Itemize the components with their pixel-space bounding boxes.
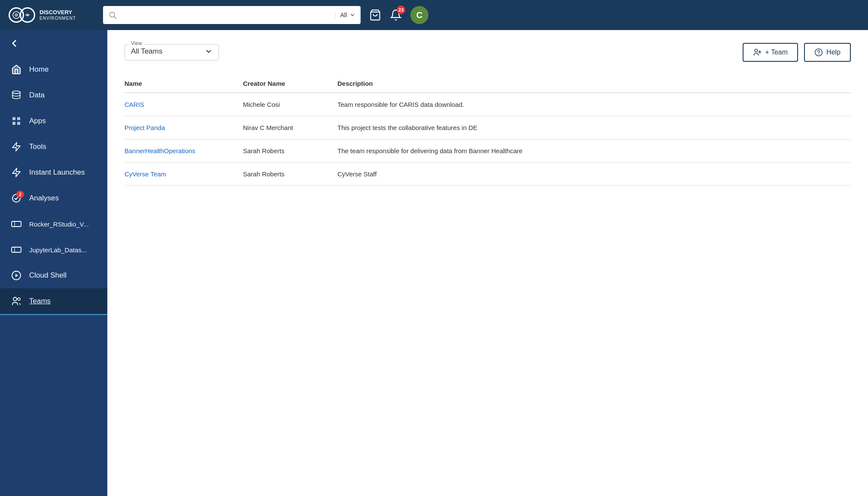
table-row: BannerHealthOperations Sarah Roberts The… [124, 139, 851, 163]
view-select-container[interactable]: View All Teams [124, 44, 219, 60]
analyses-badge: 2 [16, 191, 24, 198]
description-cell-3: CyVerse Staff [331, 163, 851, 186]
data-icon [10, 89, 22, 101]
help-label: Help [826, 48, 841, 56]
team-link-2[interactable]: BannerHealthOperations [124, 147, 195, 154]
logo-subtitle: ENVIRONMENT [39, 16, 76, 21]
view-label: View [129, 40, 144, 46]
chevron-down-icon [349, 12, 355, 18]
view-chevron-icon [205, 48, 212, 55]
search-input[interactable] [121, 12, 335, 19]
svg-line-3 [114, 17, 116, 19]
cloud-shell-icon [10, 269, 22, 281]
svg-rect-14 [12, 221, 21, 227]
home-icon [10, 64, 22, 76]
table-header: Name Creator Name Description [124, 75, 851, 93]
creator-cell-0: Michele Cosi [236, 93, 331, 116]
tools-icon [10, 141, 22, 153]
svg-point-25 [815, 49, 822, 56]
rocker-icon [10, 218, 22, 230]
sidebar-label-tools: Tools [29, 142, 46, 151]
svg-point-21 [18, 298, 20, 300]
sidebar-back-button[interactable] [0, 30, 107, 57]
add-team-label: + Team [765, 48, 788, 56]
sidebar-item-teams[interactable]: Teams [0, 288, 107, 315]
table-row: CyVerse Team Sarah Roberts CyVerse Staff [124, 163, 851, 186]
team-link-0[interactable]: CARIS [124, 101, 144, 108]
sidebar: Home Data [0, 30, 107, 496]
team-link-3[interactable]: CyVerse Team [124, 170, 166, 178]
svg-rect-16 [12, 247, 21, 252]
teams-table: Name Creator Name Description CARIS Mich… [124, 75, 851, 186]
sidebar-item-data[interactable]: Data [0, 82, 107, 108]
svg-rect-9 [12, 122, 15, 125]
sidebar-label-home: Home [29, 65, 49, 74]
action-buttons: + Team Help [743, 43, 851, 62]
svg-marker-19 [15, 274, 18, 277]
analyses-icon: 2 [10, 192, 22, 204]
sidebar-label-data: Data [29, 91, 45, 100]
svg-rect-10 [17, 122, 20, 125]
logo-title: DISCOVERY [39, 9, 72, 15]
apps-icon [10, 115, 22, 127]
col-name: Name [124, 75, 236, 93]
search-bar[interactable]: All [103, 6, 361, 24]
sidebar-item-apps[interactable]: Apps [0, 108, 107, 134]
content-area: View All Teams + Team [107, 30, 868, 496]
search-icon [108, 11, 117, 19]
back-arrow-icon [9, 38, 20, 49]
add-team-button[interactable]: + Team [743, 43, 798, 62]
sidebar-label-apps: Apps [29, 117, 46, 125]
creator-cell-3: Sarah Roberts [236, 163, 331, 186]
search-filter-dropdown[interactable]: All [335, 12, 355, 18]
sidebar-label-analyses: Analyses [29, 194, 59, 203]
team-link-1[interactable]: Project Panda [124, 124, 165, 131]
help-button[interactable]: Help [804, 43, 851, 62]
col-description: Description [331, 75, 851, 93]
table-row: Project Panda Nirav C Merchant This proj… [124, 116, 851, 139]
sidebar-label-teams: Teams [29, 297, 51, 305]
svg-marker-11 [12, 142, 20, 151]
instant-launches-icon [10, 166, 22, 178]
top-header: DISCOVERY ENVIRONMENT All [0, 0, 868, 30]
view-select-value: All Teams [131, 47, 162, 56]
svg-point-1 [15, 13, 18, 17]
sidebar-item-analyses[interactable]: 2 Analyses [0, 185, 107, 211]
teams-icon [10, 295, 22, 307]
sidebar-item-home[interactable]: Home [0, 57, 107, 82]
view-select-dropdown[interactable]: All Teams [131, 47, 212, 56]
svg-marker-12 [12, 168, 20, 177]
search-filter-value: All [340, 12, 347, 18]
user-avatar[interactable]: C [410, 6, 428, 24]
notification-badge: 23 [397, 6, 405, 14]
logo-circle-right [20, 7, 35, 23]
logo-circles [9, 7, 35, 23]
main-layout: Home Data [0, 30, 868, 496]
logo-area: DISCOVERY ENVIRONMENT [9, 7, 94, 23]
svg-rect-7 [12, 117, 15, 120]
sidebar-item-tools[interactable]: Tools [0, 134, 107, 160]
description-cell-0: Team responsible for CARIS data download… [331, 93, 851, 116]
col-creator: Creator Name [236, 75, 331, 93]
add-team-icon [753, 48, 762, 57]
table-body: CARIS Michele Cosi Team responsible for … [124, 93, 851, 186]
svg-point-22 [755, 49, 758, 52]
cart-icon[interactable] [369, 9, 381, 21]
sidebar-label-cloud-shell: Cloud Shell [29, 271, 67, 280]
svg-point-20 [13, 297, 17, 301]
header-actions: 23 C [369, 6, 428, 24]
sidebar-item-rocker[interactable]: Rocker_RStudio_V... [0, 211, 107, 237]
sidebar-label-jupyter: JupyterLab_Datas... [29, 246, 87, 254]
help-icon [814, 48, 823, 57]
jupyter-icon [10, 244, 22, 256]
sidebar-item-cloud-shell[interactable]: Cloud Shell [0, 263, 107, 288]
user-initial: C [416, 10, 422, 20]
sidebar-item-jupyter[interactable]: JupyterLab_Datas... [0, 237, 107, 263]
sidebar-item-instant-launches[interactable]: Instant Launches [0, 160, 107, 185]
notifications-icon[interactable]: 23 [390, 9, 402, 21]
content-header: View All Teams + Team [124, 43, 851, 62]
description-cell-1: This project tests the collaborative fea… [331, 116, 851, 139]
creator-cell-2: Sarah Roberts [236, 139, 331, 163]
svg-rect-8 [17, 117, 20, 120]
creator-cell-1: Nirav C Merchant [236, 116, 331, 139]
